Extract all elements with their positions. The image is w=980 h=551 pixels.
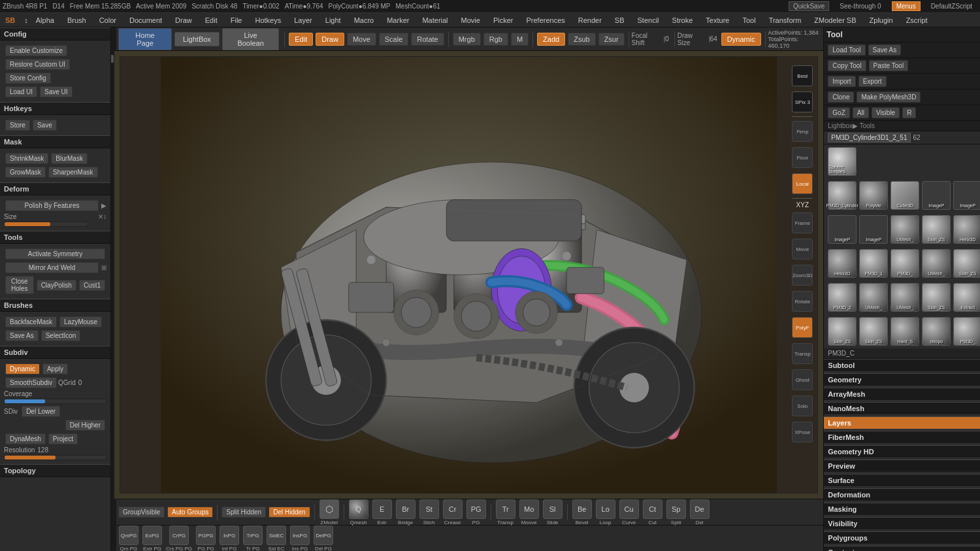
menu-brush[interactable]: Brush: [65, 15, 89, 25]
polish-by-features-btn[interactable]: Polish By Features: [5, 200, 99, 211]
cust1-btn[interactable]: Cust1: [79, 280, 105, 291]
menu-transform[interactable]: Transform: [766, 15, 804, 25]
menu-stroke[interactable]: Stroke: [670, 15, 696, 25]
zmodel-icon-container[interactable]: ⬡ ZModel: [319, 499, 339, 526]
extract-thumb[interactable]: Extract: [953, 283, 980, 312]
scale-btn[interactable]: Scale: [379, 33, 409, 46]
persp-icon[interactable]: Persp: [792, 121, 813, 142]
menu-material[interactable]: Material: [419, 15, 450, 25]
draw-size-slider[interactable]: [709, 36, 710, 42]
preview-header[interactable]: Preview: [824, 459, 980, 473]
paste-tool-btn[interactable]: Paste Tool: [869, 60, 909, 71]
select-icon-btn[interactable]: SelectIcon: [41, 330, 81, 341]
load-tool-btn[interactable]: Load Tool: [828, 44, 865, 56]
visible-btn[interactable]: Visible: [872, 107, 900, 118]
project-btn[interactable]: Project: [48, 433, 78, 444]
masking-header[interactable]: Masking: [824, 503, 980, 516]
extr-bt-icon[interactable]: E Extr: [372, 499, 392, 526]
apply-btn[interactable]: Apply: [42, 363, 68, 375]
clone-btn[interactable]: Clone: [828, 92, 854, 103]
live-boolean-tab[interactable]: Live Boolean: [222, 28, 279, 50]
menu-zplugin[interactable]: Zplugin: [867, 15, 896, 25]
tr-pg-bt-icon[interactable]: TrPG Tr PG: [243, 526, 263, 551]
activate-symmetry-btn[interactable]: Activate Symmetry: [5, 248, 105, 259]
qm-pg-bt-icon[interactable]: QmPG Qm PG: [119, 526, 139, 551]
nanomesh-header[interactable]: NanoMesh: [824, 402, 980, 415]
rotate-icon[interactable]: Rotate: [792, 291, 813, 312]
xpose-icon[interactable]: XPose: [792, 422, 813, 442]
zadd-btn[interactable]: Zadd: [537, 33, 565, 46]
split-hidden-btn[interactable]: Split Hidden: [221, 507, 266, 518]
topology-section-header[interactable]: Topology: [0, 464, 110, 477]
pg-bt-icon[interactable]: PG PG: [466, 499, 486, 526]
best-view-icon[interactable]: Best: [792, 65, 813, 86]
geometry-header[interactable]: Geometry: [824, 373, 980, 386]
menu-macro[interactable]: Macro: [351, 15, 377, 25]
group-visible-btn[interactable]: GroupVisible: [118, 507, 165, 518]
grow-mask-btn[interactable]: GrowMask: [5, 167, 46, 178]
surface-header[interactable]: Surface: [824, 474, 980, 487]
fibermesh-header[interactable]: FiberMesh: [824, 431, 980, 444]
see-through-btn[interactable]: See-through 0: [840, 3, 881, 10]
goz-btn[interactable]: GoZ: [828, 107, 849, 118]
zoom3d-icon[interactable]: Zoom3D: [792, 265, 813, 286]
smooth-subdiv-btn[interactable]: SmoothSubdiv: [5, 377, 57, 388]
lazy-mouse-btn[interactable]: LazyMouse: [59, 316, 102, 327]
deformation-header[interactable]: Deformation: [824, 488, 980, 501]
backface-mask-btn[interactable]: BackfaceMask: [5, 316, 57, 327]
menu-marker[interactable]: Marker: [384, 15, 412, 25]
skin-zs4-thumb[interactable]: Skin_ZS: [828, 317, 857, 346]
pm3d-cylinder-thumb[interactable]: PM3D_Cylinder: [828, 181, 857, 210]
umesh2-thumb[interactable]: UMesh_: [922, 249, 951, 278]
umesh4-thumb[interactable]: UMesh_: [890, 283, 919, 312]
solo-icon[interactable]: Solo: [792, 395, 813, 416]
menu-edit[interactable]: Edit: [203, 15, 220, 25]
pm3d4-thumb[interactable]: PM3D_: [953, 317, 980, 346]
blur-mask-btn[interactable]: BlurMask: [51, 153, 88, 164]
import-btn[interactable]: Import: [828, 76, 855, 87]
close-holes-btn[interactable]: Close Holes: [5, 276, 34, 294]
menu-preferences[interactable]: Preferences: [523, 15, 567, 25]
skin-zs2-thumb[interactable]: Skin_ZS: [953, 249, 980, 278]
helix3d-thumb[interactable]: Helix3D: [953, 215, 980, 244]
move-btn[interactable]: Move: [347, 33, 376, 46]
split-bt-icon[interactable]: Sp Split: [666, 499, 686, 526]
helix3d-2-thumb[interactable]: Helix3D: [828, 249, 857, 278]
subtool-header[interactable]: Subtool: [824, 359, 980, 372]
rotate-btn[interactable]: Rotate: [411, 33, 444, 46]
pm3d2-thumb[interactable]: PM3D_: [890, 249, 919, 278]
zsub-btn[interactable]: Zsub: [568, 33, 595, 46]
cube3d-thumb[interactable]: Cube3D: [890, 181, 919, 210]
del-higher-btn[interactable]: Del Higher: [65, 420, 105, 431]
quick-save-btn[interactable]: QuickSave: [789, 1, 829, 11]
save-ui-btn[interactable]: Save UI: [40, 86, 73, 97]
store-hotkeys-btn[interactable]: Store: [5, 120, 30, 131]
menu-picker[interactable]: Picker: [491, 15, 516, 25]
layers-header[interactable]: Layers: [824, 416, 980, 429]
polygroups-header[interactable]: Polygroups: [824, 531, 980, 544]
menu-draw[interactable]: Draw: [172, 15, 195, 25]
del-hidden-btn[interactable]: Del Hidden: [269, 507, 310, 518]
store-config-btn[interactable]: Store Config: [5, 73, 51, 84]
focal-shift-slider[interactable]: [664, 36, 665, 42]
m-btn[interactable]: M: [511, 33, 529, 46]
imagep2-thumb[interactable]: ImageP: [953, 181, 980, 210]
pg-pg-bt-icon[interactable]: PGPG PG PG: [196, 526, 216, 551]
visibility-header[interactable]: Visibility: [824, 517, 980, 530]
mask-section-header[interactable]: Mask: [0, 135, 110, 148]
menu-light[interactable]: Light: [323, 15, 344, 25]
inf-pg-bt-icon[interactable]: InPG Inf PG: [220, 526, 239, 551]
move-icon[interactable]: Move: [792, 239, 813, 259]
sphere-simple-thumb[interactable]: Sphere: SimpleS: [828, 147, 857, 176]
current-tool-name[interactable]: PM3D_Cylinder3D1_2_51: [828, 133, 910, 142]
auto-groups-btn[interactable]: Auto Groups: [167, 507, 213, 518]
draw-btn[interactable]: Draw: [316, 33, 344, 46]
crease-bt-icon[interactable]: Cr Crease: [443, 499, 463, 526]
sid-ec-bt-icon[interactable]: SidEC Sid EC: [267, 526, 286, 551]
dyna-mesh-btn[interactable]: DynaMesh: [5, 433, 46, 444]
all-btn[interactable]: All: [853, 107, 869, 118]
lightbox-tab[interactable]: LightBox: [174, 32, 220, 46]
imagep4-thumb[interactable]: ImageP: [859, 215, 888, 244]
transp-bt-icon[interactable]: Tr Transp: [496, 499, 515, 526]
bevel-bt-icon[interactable]: Be Bevel: [572, 499, 592, 526]
